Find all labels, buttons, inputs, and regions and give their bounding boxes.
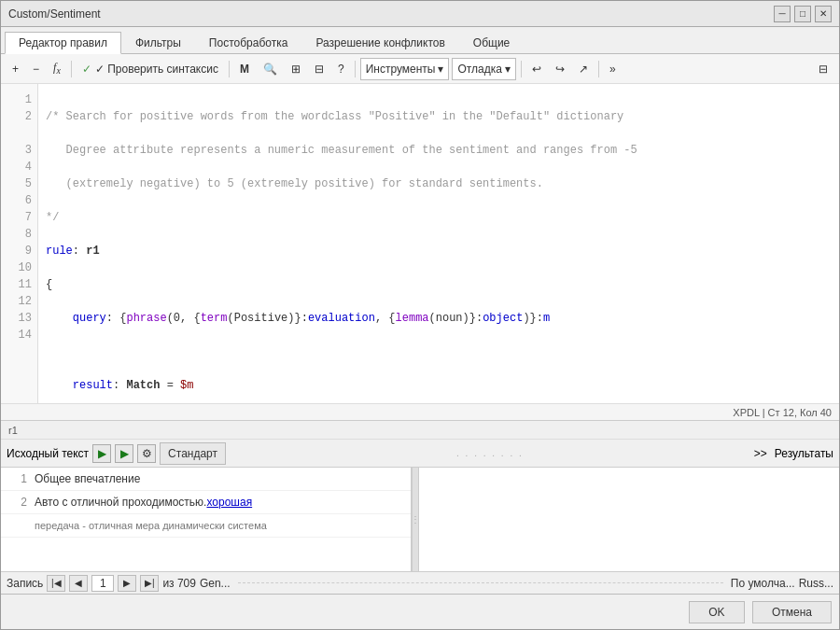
grid1-icon: ⊞ bbox=[291, 63, 301, 76]
restore-button[interactable]: ⊟ bbox=[813, 58, 833, 80]
panel-separator: . . . . . . . . bbox=[230, 448, 750, 458]
prev-record-button[interactable]: ◀ bbox=[69, 575, 88, 592]
export-icon: ↗ bbox=[579, 63, 588, 76]
tabs-bar: Редактор правил Фильтры Постобработка Ра… bbox=[1, 27, 839, 54]
function-button[interactable]: fx bbox=[48, 58, 66, 80]
play-icon: ▶ bbox=[98, 447, 106, 460]
editor-status-bar: XPDL | Ст 12, Кол 40 bbox=[1, 403, 839, 420]
results-panel[interactable] bbox=[419, 468, 839, 571]
item-num-2: 2 bbox=[8, 495, 27, 510]
code-area[interactable]: 1 2 3 4 5 6 7 8 9 10 11 12 13 14 /* Sear… bbox=[1, 84, 839, 403]
bottom-content: 1 Общее впечатление 2 Авто с отличной пр… bbox=[1, 468, 839, 571]
total-records: из 709 bbox=[162, 577, 196, 590]
redo-button[interactable]: ↪ bbox=[550, 58, 570, 80]
export-button[interactable]: ↗ bbox=[573, 58, 594, 80]
rule-label-bar: r1 bbox=[1, 421, 839, 440]
help-button[interactable]: ? bbox=[332, 58, 350, 80]
tools-dropdown[interactable]: Инструменты ▾ bbox=[360, 58, 450, 80]
search-button[interactable]: 🔍 bbox=[258, 58, 283, 80]
cursor-position: XPDL | Ст 12, Кол 40 bbox=[733, 407, 832, 418]
separator-1 bbox=[71, 61, 72, 77]
fx-icon: fx bbox=[53, 61, 61, 76]
code-line-2b: (extremely negative) to 5 (extremely pos… bbox=[46, 175, 832, 192]
tools-arrow-icon: ▾ bbox=[438, 63, 443, 76]
current-record[interactable]: 1 bbox=[91, 575, 114, 592]
grid2-button[interactable]: ⊟ bbox=[309, 58, 329, 80]
more-icon: » bbox=[609, 63, 616, 76]
code-editor[interactable]: /* Search for positive words from the wo… bbox=[38, 84, 839, 403]
search-icon: 🔍 bbox=[263, 63, 277, 76]
redo-icon: ↪ bbox=[555, 63, 565, 76]
help-icon: ? bbox=[338, 63, 344, 76]
undo-icon: ↩ bbox=[532, 63, 541, 76]
code-line-6: query: {phrase(0, {term(Positive)}:evalu… bbox=[46, 310, 832, 327]
minus-button[interactable]: − bbox=[27, 58, 45, 80]
standard-label: Стандарт bbox=[168, 447, 217, 460]
separator-3 bbox=[355, 61, 356, 77]
editor-container: 1 2 3 4 5 6 7 8 9 10 11 12 13 14 /* Sear… bbox=[1, 84, 839, 421]
m-label: M bbox=[240, 63, 249, 76]
next-record-button[interactable]: ▶ bbox=[118, 575, 136, 592]
default-label: По умолча... bbox=[731, 577, 795, 590]
code-line-3: */ bbox=[46, 209, 832, 226]
rule-name: r1 bbox=[8, 425, 18, 436]
m-button[interactable]: M bbox=[234, 58, 255, 80]
play-green-button[interactable]: ▶ bbox=[115, 444, 133, 463]
code-line-7 bbox=[46, 343, 832, 360]
separator-2 bbox=[229, 61, 230, 77]
line-numbers: 1 2 3 4 5 6 7 8 9 10 11 12 13 14 bbox=[1, 84, 38, 403]
play-button[interactable]: ▶ bbox=[92, 444, 111, 463]
separator-5 bbox=[598, 61, 599, 77]
tab-general[interactable]: Общие bbox=[459, 32, 524, 54]
close-button[interactable]: ✕ bbox=[815, 6, 832, 22]
source-item-3: передача - отличная мера динамически сис… bbox=[1, 514, 411, 538]
debug-label: Отладка bbox=[457, 63, 501, 76]
bottom-status-bar: Запись |◀ ◀ 1 ▶ ▶| из 709 Gen... По умол… bbox=[1, 571, 839, 594]
tools-label: Инструменты bbox=[366, 63, 436, 76]
minimize-button[interactable]: ─ bbox=[774, 6, 791, 22]
code-line-5: { bbox=[46, 276, 832, 293]
tab-filters[interactable]: Фильтры bbox=[121, 32, 195, 54]
source-panel[interactable]: 1 Общее впечатление 2 Авто с отличной пр… bbox=[1, 468, 412, 571]
settings-icon: ⚙ bbox=[142, 447, 152, 460]
code-line-8: result: Match = $m bbox=[46, 377, 832, 394]
play-green-icon: ▶ bbox=[120, 447, 129, 460]
ok-button[interactable]: OK bbox=[689, 601, 745, 623]
check-syntax-label: ✓ Проверить синтаксис bbox=[95, 63, 218, 76]
panel-splitter[interactable]: ⋮ bbox=[412, 468, 419, 571]
record-label: Запись bbox=[7, 577, 43, 590]
window-title: Custom/Sentiment bbox=[8, 7, 101, 21]
last-record-button[interactable]: ▶| bbox=[140, 575, 159, 592]
settings-button[interactable]: ⚙ bbox=[137, 444, 156, 463]
grid1-button[interactable]: ⊞ bbox=[286, 58, 306, 80]
check-syntax-button[interactable]: ✓ ✓ Проверить синтаксис bbox=[77, 58, 224, 80]
tab-postprocessing[interactable]: Постобработка bbox=[195, 32, 302, 54]
check-icon: ✓ bbox=[82, 63, 91, 76]
tab-conflict-resolution[interactable]: Разрешение конфликтов bbox=[301, 32, 458, 54]
code-line-1: /* Search for positive words from the wo… bbox=[46, 108, 832, 125]
lang-label: Russ... bbox=[799, 577, 833, 590]
standard-button[interactable]: Стандарт bbox=[160, 442, 226, 465]
source-item-2: 2 Авто с отличной проходимостью.хорошая bbox=[1, 491, 411, 514]
results-label: Результаты bbox=[775, 447, 833, 460]
title-bar: Custom/Sentiment ─ □ ✕ bbox=[1, 1, 839, 27]
debug-dropdown[interactable]: Отладка ▾ bbox=[452, 58, 515, 80]
add-button[interactable]: + bbox=[7, 58, 24, 80]
first-record-button[interactable]: |◀ bbox=[47, 575, 65, 592]
source-text-label: Исходный текст bbox=[7, 447, 89, 460]
undo-button[interactable]: ↩ bbox=[526, 58, 547, 80]
bottom-toolbar: Исходный текст ▶ ▶ ⚙ Стандарт . . . . . … bbox=[1, 440, 839, 468]
item-text-2: Авто с отличной проходимостью.хорошая bbox=[35, 495, 252, 510]
separator-4 bbox=[521, 61, 522, 77]
cancel-button[interactable]: Отмена bbox=[752, 601, 832, 623]
main-window: Custom/Sentiment ─ □ ✕ Редактор правил Ф… bbox=[0, 0, 840, 630]
bottom-panel: Исходный текст ▶ ▶ ⚙ Стандарт . . . . . … bbox=[1, 440, 839, 594]
maximize-button[interactable]: □ bbox=[794, 6, 811, 22]
minus-icon: − bbox=[33, 63, 39, 76]
tab-rules-editor[interactable]: Редактор правил bbox=[5, 32, 121, 54]
code-line-2: Degree attribute represents a numeric me… bbox=[46, 142, 832, 159]
gen-label: Gen... bbox=[200, 577, 231, 590]
source-item-1: 1 Общее впечатление bbox=[1, 468, 411, 491]
restore-icon: ⊟ bbox=[819, 63, 828, 76]
more-button[interactable]: » bbox=[604, 58, 622, 80]
